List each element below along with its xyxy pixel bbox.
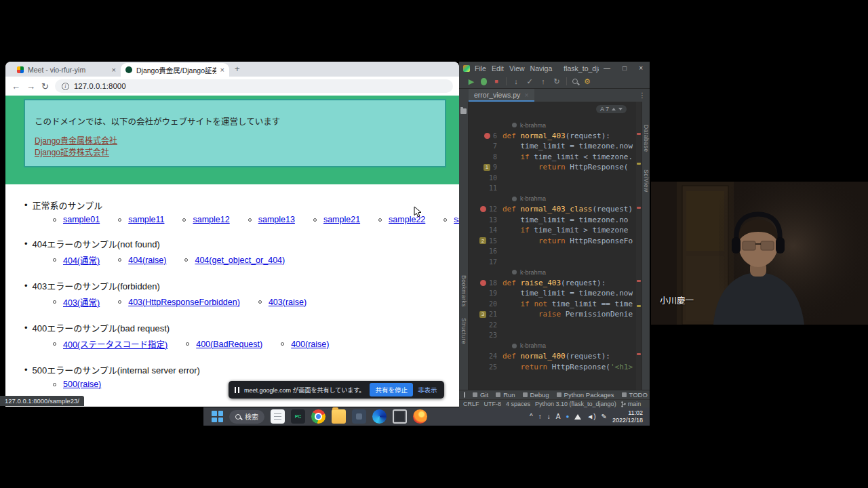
error-stripe-mark[interactable] (637, 207, 641, 209)
status-item[interactable]: CRLF (463, 401, 479, 407)
code-area[interactable]: k-brahma6def normal_403(request):7 time_… (469, 102, 636, 372)
start-button-icon[interactable] (212, 411, 223, 422)
run-icon[interactable]: ▶ (467, 78, 475, 85)
editor-gutter[interactable]: 25 (469, 363, 502, 371)
warning-stripe-mark[interactable] (637, 163, 641, 165)
close-tab-icon[interactable]: × (220, 66, 224, 74)
tool-windows-icon[interactable] (464, 392, 465, 398)
maximize-button[interactable]: □ (623, 64, 627, 72)
chrome-app-icon[interactable] (311, 409, 326, 424)
pen-icon[interactable]: ✎ (601, 413, 607, 420)
sample-link[interactable]: 404(get_object_or_404) (195, 256, 285, 265)
company-link[interactable]: Django証券株式会社 (35, 147, 109, 159)
menu-view[interactable]: View (509, 64, 525, 73)
bookmark-icon[interactable]: 2 (479, 237, 486, 244)
editor-gutter[interactable]: 215 (469, 237, 502, 245)
folder-app-icon[interactable] (332, 409, 346, 424)
hidden-icons-chevron-icon[interactable]: ^ (530, 413, 533, 420)
git-update-icon[interactable]: ↓ (512, 78, 520, 85)
git-commit-icon[interactable]: ✓ (526, 78, 534, 85)
editor-gutter[interactable]: 16 (469, 247, 502, 255)
bluetooth-icon[interactable]: ● (566, 414, 569, 420)
pycharm-app-icon[interactable] (291, 409, 305, 424)
company-link[interactable]: Django貴金属株式会社 (35, 136, 117, 147)
editor-gutter[interactable]: 11 (469, 184, 502, 192)
reload-button[interactable]: ↻ (41, 82, 49, 91)
sample-link[interactable]: sample23 (454, 215, 459, 224)
search-everywhere-icon[interactable] (572, 79, 578, 84)
sample-link[interactable]: 400(BadRequest) (196, 340, 262, 349)
display-app-icon[interactable] (393, 409, 407, 424)
edge-app-icon[interactable] (372, 409, 387, 424)
back-button[interactable]: ← (12, 82, 20, 91)
editor-scrollbar[interactable] (636, 102, 642, 390)
address-bar[interactable]: i 127.0.0.1:8000 (55, 79, 453, 93)
editor-gutter[interactable]: 6 (469, 132, 502, 140)
status-item[interactable]: main (621, 401, 642, 407)
stop-sharing-button[interactable]: 共有を停止 (370, 383, 413, 396)
sample-link[interactable]: 404(raise) (128, 256, 166, 265)
upload-arrow-icon[interactable]: ↑ (538, 413, 542, 420)
minimize-button[interactable]: — (604, 64, 610, 72)
git-push-icon[interactable]: ↑ (539, 78, 547, 85)
breakpoint-icon[interactable] (484, 133, 490, 139)
inspections-widget[interactable]: A 7 (596, 105, 627, 113)
editor-gutter[interactable]: 24 (469, 352, 502, 360)
status-item[interactable]: 4 spaces (506, 401, 530, 407)
editor-gutter[interactable]: 10 (469, 174, 502, 182)
tool-stripe-database[interactable]: Database (643, 125, 650, 152)
project-tool-icon[interactable] (460, 108, 467, 114)
menu-edit[interactable]: Edit (492, 64, 504, 73)
taskbar-clock[interactable]: 11:02 2022/12/18 (612, 409, 643, 424)
editor-gutter[interactable]: 7 (469, 142, 502, 150)
editor-gutter[interactable]: 14 (469, 226, 502, 234)
editor-gutter[interactable]: 8 (469, 153, 502, 161)
hide-notification-button[interactable]: 非表示 (418, 385, 439, 394)
code-editor[interactable]: A 7 k-brahma6def normal_403(request):7 t… (469, 102, 636, 390)
sample-link[interactable]: sample01 (63, 215, 100, 224)
sample-link[interactable]: 400(raise) (291, 340, 329, 349)
error-stripe-mark[interactable] (637, 133, 641, 135)
sample-link[interactable]: sample11 (128, 215, 164, 224)
more-options-icon[interactable]: ⋮ (639, 91, 646, 99)
sample-link[interactable]: 500(raise) (63, 380, 101, 389)
stop-icon[interactable]: ■ (492, 79, 500, 85)
sample-link[interactable]: 403(HttpResponseForbidden) (128, 298, 240, 307)
download-arrow-icon[interactable]: ↓ (547, 413, 551, 420)
close-button[interactable]: × (639, 64, 643, 72)
settings-gear-icon[interactable]: ⚙ (583, 78, 591, 85)
pause-icon[interactable] (235, 387, 239, 393)
editor-gutter[interactable]: 13 (469, 216, 502, 224)
tool-stripe-structure[interactable]: Structure (460, 318, 467, 344)
editor-gutter[interactable]: 20 (469, 300, 502, 308)
breakpoint-icon[interactable] (480, 206, 486, 212)
tool-window-button-todo[interactable]: TODO (622, 391, 648, 399)
editor-gutter[interactable]: 19 (469, 163, 502, 171)
notepad-app-icon[interactable] (271, 409, 285, 424)
bookmark-icon[interactable]: 1 (484, 164, 490, 171)
taskbar-search[interactable]: 検索 (229, 410, 264, 424)
browser-tab-meet[interactable]: Meet - vio-rfur-yim × (12, 63, 121, 77)
editor-gutter[interactable]: 321 (469, 310, 502, 318)
editor-gutter[interactable]: 19 (469, 289, 502, 297)
next-problem-icon[interactable] (618, 108, 623, 110)
ime-mode-icon[interactable]: A (556, 413, 561, 420)
tool-window-button-run[interactable]: Run (496, 391, 515, 399)
menu-file[interactable]: File (475, 64, 486, 73)
firefox-app-icon[interactable] (413, 409, 427, 424)
browser-tab-django[interactable]: Django貴金属/Django証券の合併 × (121, 63, 229, 77)
prev-problem-icon[interactable] (612, 108, 616, 110)
tool-window-button-python-packages[interactable]: Python Packages (557, 391, 614, 399)
close-tab-icon[interactable]: × (112, 66, 116, 74)
editor-gutter[interactable]: 18 (469, 279, 502, 287)
editor-tab-error-views[interactable]: error_views.py × (469, 89, 534, 102)
debug-bug-icon[interactable] (481, 78, 487, 85)
status-item[interactable]: Python 3.10 (flask_to_django) (535, 401, 616, 407)
participant-video-tile[interactable]: 小川慶一 (651, 182, 868, 325)
error-stripe-mark[interactable] (637, 280, 641, 282)
sample-link[interactable]: 403(raise) (269, 298, 307, 307)
status-item[interactable]: UTF-8 (484, 401, 502, 407)
editor-gutter[interactable]: 22 (469, 321, 502, 329)
editor-gutter[interactable]: 17 (469, 258, 502, 266)
history-icon[interactable]: ↻ (553, 78, 561, 85)
